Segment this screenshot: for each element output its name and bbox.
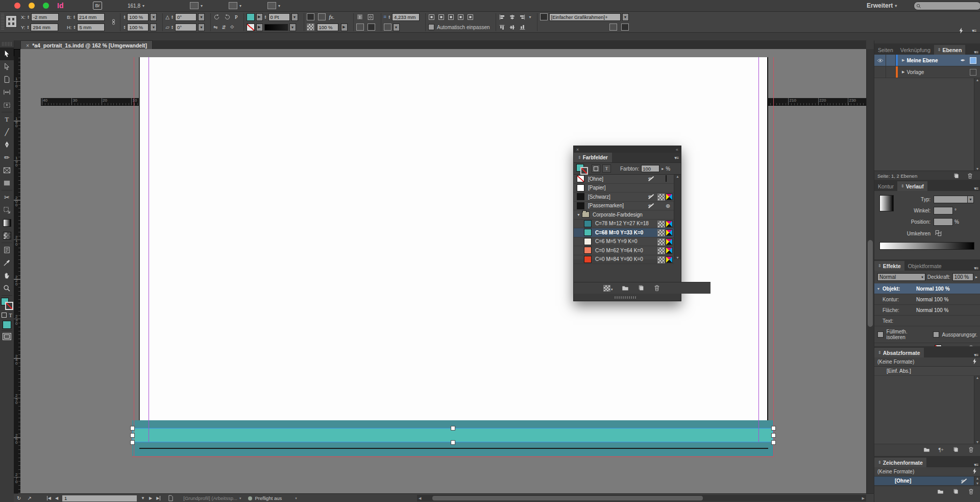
flip-horizontal-icon[interactable]: ⇋ [213,25,217,30]
search-input[interactable] [923,3,976,9]
layer-selection-proxy[interactable] [970,69,976,76]
vertical-ruler[interactable]: 170180190200210220230240250260270 [14,56,21,493]
swatches-resize-bar[interactable] [574,294,681,301]
scroll-right-icon[interactable]: ▶ [861,496,866,500]
traffic-zoom-icon[interactable] [43,3,49,9]
swatch-row[interactable]: ▼ C=78 M=12 Y=27 K=18 ✏ ⊕ [574,220,674,229]
close-icon[interactable]: × [576,147,579,152]
stroke-color-swatch[interactable] [247,23,255,31]
scroll-up-icon[interactable]: ▲ [976,376,979,379]
fit-content-icon[interactable] [428,14,435,20]
drop-shadow-icon[interactable] [307,13,314,20]
width-field[interactable]: 214 mm [77,13,105,21]
horizontal-scroll-thumb[interactable] [432,496,703,500]
selection-handle-mid-right[interactable] [771,433,776,438]
gradient-feather-tool[interactable] [0,229,14,242]
swatch-row[interactable]: ▼ Corporate-Farbdesign ✏ ⊕ [574,210,674,220]
scale-y-stepper[interactable]: ▲▼ [123,25,126,29]
wrap-invert-icon[interactable] [368,23,375,31]
tab-farbfelder[interactable]: ⇕ Farbfelder [574,153,612,162]
formatting-text-button[interactable]: T [602,164,611,173]
panel-menu-icon[interactable]: ▾≡ [672,155,681,160]
type-tool[interactable]: T [0,113,14,126]
x-stepper[interactable]: ▲▼ [27,15,30,19]
gradient-thumbnail[interactable] [879,195,894,211]
swatch-row[interactable]: ▼ C=6 M=5 Y=9 K=0 ✏ ⊕ [574,237,674,247]
corner-shape-dropdown[interactable]: ▼ [393,23,400,31]
new-style-from-button[interactable]: ¶+ [939,447,944,452]
bleed-guide-bottom[interactable] [132,457,774,457]
tint-slider-icon[interactable]: ▸ [662,166,664,171]
formatting-text-icon[interactable]: T [9,313,12,318]
panel-grip[interactable] [1,14,4,30]
stroke-weight-field[interactable]: 0 Pt [268,13,290,21]
rotation-stepper[interactable]: ▲▼ [171,15,174,19]
quick-apply-icon[interactable] [972,358,977,366]
selection-handle-top-left[interactable] [130,426,135,431]
arrange-documents-dropdown[interactable]: ▾ [267,2,280,9]
zoom-level-dropdown[interactable]: 161,8 ▾ [128,2,144,9]
x-field[interactable]: -2 mm [31,13,59,21]
share-icon[interactable]: ↗ [27,495,31,501]
selection-handle-mid-left[interactable] [130,433,135,438]
swatch-row[interactable]: ▼ [Passermarken] ✏ ⊕ [574,202,674,211]
visibility-cell[interactable] [874,55,886,66]
fit-proportional-icon[interactable] [448,14,454,20]
preflight-doc-icon[interactable] [167,495,174,501]
stroke-proxy-swatch[interactable] [5,302,13,310]
text-wrap-icon[interactable] [367,14,374,20]
rectangle-tool[interactable] [0,177,14,189]
last-page-button[interactable]: ▶ [156,496,160,500]
scissors-tool[interactable]: ✂ [0,191,14,204]
swatches-panel[interactable]: × « ⇕ Farbfelder ▾≡ T Farbton: ▸ [573,146,681,301]
y-field[interactable]: 294 mm [31,23,58,31]
scale-y-field[interactable]: 100 % [127,23,149,31]
fill-stroke-proxy[interactable] [576,163,590,174]
panel-menu-icon[interactable]: ▾≡ [971,186,980,191]
bleed-guide-right[interactable] [773,57,774,457]
layer-selection-proxy[interactable] [970,57,976,64]
scroll-down-icon[interactable]: ▼ [676,256,679,259]
delete-swatch-button[interactable] [653,284,660,292]
reference-point-proxy[interactable] [6,16,16,27]
vertical-scrollbar[interactable] [866,49,874,493]
gap-tool[interactable] [0,86,14,99]
lock-cell[interactable] [886,66,896,78]
style-row[interactable]: [Einf. Abs.] [874,367,980,376]
effects-target-row[interactable]: ▼ Fläche: Normal 100 % [874,305,980,316]
opacity-dropdown[interactable]: ▶ [341,23,348,31]
tab-kontur[interactable]: Kontur [874,181,897,191]
stroke-style-preview[interactable] [264,24,288,31]
scroll-up-icon[interactable]: ▲ [676,175,679,178]
selection-handle-top-right[interactable] [771,426,776,431]
rotate-ccw-icon[interactable] [224,14,231,20]
gradient-type-field[interactable] [934,196,968,203]
gradient-ramp[interactable] [879,242,974,250]
no-text-wrap-icon[interactable] [356,14,363,20]
constrain-proportions-icon[interactable] [110,15,117,29]
shear-stepper[interactable]: ▲▼ [171,25,174,29]
layers-scrollbar[interactable]: ▲ ▼ [974,78,980,171]
view-options-dropdown[interactable]: ▾ [190,2,203,9]
tab-seiten[interactable]: Seiten [874,45,897,55]
new-layer-button[interactable] [953,173,960,179]
control-panel-menu-icon[interactable]: ▾≡ [972,28,976,33]
corner-radius-stepper[interactable]: ▲▼ [388,15,390,19]
position-field[interactable] [934,218,953,226]
tab-absatzformate[interactable]: ⇕ Absatzformate [874,348,924,357]
delete-style-button[interactable] [968,488,974,495]
content-collector-tool[interactable] [0,99,14,111]
fill-color-dropdown[interactable]: ▶ [256,13,263,21]
scroll-down-icon[interactable]: ▼ [976,440,979,444]
quick-apply-icon[interactable] [959,27,964,34]
rotation-field[interactable]: 0° [175,13,197,21]
stroke-style-dropdown[interactable]: ▼ [289,23,296,31]
drag-handle[interactable] [615,296,637,299]
delete-layer-button[interactable] [967,173,973,179]
stroke-weight-dropdown[interactable]: ▼ [291,13,298,21]
effects-target-row[interactable]: ▼ Text: [874,316,980,326]
fill-proportional-icon[interactable] [457,14,464,20]
chevron-down-icon[interactable]: ▾ [239,496,241,500]
tab-zeichenformate[interactable]: ⇕ Zeichenformate [874,458,926,467]
workspace-switcher[interactable]: Erweitert ▾ [867,2,897,9]
